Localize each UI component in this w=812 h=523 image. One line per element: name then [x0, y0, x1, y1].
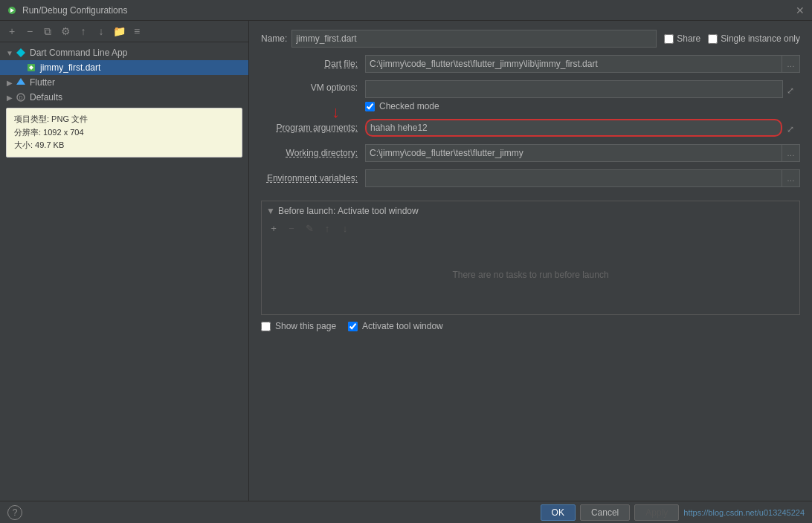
- main-layout: + − ⧉ ⚙ ↑ ↓ 📁 ≡ ▼ Dart Command Line App: [0, 21, 812, 501]
- dart-cmd-label: Dart Command Line App: [30, 48, 127, 58]
- configuration-tree: ▼ Dart Command Line App jimmy_firs: [0, 42, 248, 501]
- environment-variables-row: Environment variables: …: [261, 169, 800, 187]
- env-browse-button[interactable]: …: [782, 169, 800, 187]
- checked-mode-row: Checked mode: [365, 101, 800, 111]
- prog-args-expand-button[interactable]: ⤢: [784, 123, 797, 136]
- working-dir-browse-button[interactable]: …: [782, 144, 800, 162]
- title-bar-title: Run/Debug Configurations: [22, 5, 794, 16]
- right-panel: Name: jimmy_first.dart Share Single inst…: [249, 21, 812, 501]
- share-area: Share: [664, 33, 700, 44]
- info-size: 大小: 49.7 KB: [14, 139, 234, 152]
- name-row: Name: jimmy_first.dart Share Single inst…: [261, 30, 800, 48]
- apply-button[interactable]: Apply: [634, 504, 679, 521]
- sidebar-item-dart-cmd[interactable]: ▼ Dart Command Line App: [0, 45, 248, 60]
- single-instance-checkbox[interactable]: [708, 34, 718, 44]
- vm-expand-button[interactable]: ⤢: [784, 84, 797, 97]
- bl-add-button[interactable]: +: [266, 221, 281, 235]
- bottom-checkboxes: Show this page Activate tool window: [261, 321, 800, 331]
- bottom-left: ?: [7, 505, 27, 520]
- flutter-icon: [15, 77, 27, 88]
- name-input[interactable]: jimmy_first.dart: [291, 30, 657, 48]
- working-directory-row: Working directory: …: [261, 144, 800, 162]
- title-bar: Run/Debug Configurations ✕: [0, 0, 812, 21]
- bl-edit-button[interactable]: ✎: [302, 221, 317, 235]
- info-resolution: 分辨率: 812 x 523: [14, 126, 234, 140]
- svg-marker-5: [16, 78, 25, 85]
- move-down-button[interactable]: ↓: [94, 24, 109, 39]
- jimmy-first-label: jimmy_first.dart: [40, 62, 100, 73]
- vm-options-label: VM options:: [261, 82, 365, 93]
- move-up-button[interactable]: ↑: [76, 24, 91, 39]
- environment-variables-input[interactable]: [365, 169, 782, 187]
- bl-down-button[interactable]: ↓: [338, 221, 352, 235]
- folder-button[interactable]: 📁: [112, 24, 126, 39]
- dart-file-row: Dart file: …: [261, 55, 800, 73]
- defaults-label: Defaults: [30, 92, 62, 103]
- dart-file-browse-button[interactable]: …: [782, 55, 800, 73]
- bottom-right: OK Cancel Apply https://blog.csdn.net/u0…: [541, 504, 805, 521]
- sidebar-item-jimmy-first[interactable]: jimmy_first.dart: [0, 60, 248, 75]
- title-bar-icon: [6, 4, 18, 16]
- flutter-label: Flutter: [30, 77, 55, 88]
- program-arguments-input[interactable]: [365, 119, 782, 137]
- leaf-spacer: [15, 62, 25, 73]
- single-instance-label: Single instance only: [721, 33, 800, 44]
- defaults-icon: D: [15, 91, 27, 103]
- dart-file-label: Dart file:: [261, 59, 365, 69]
- dart-file-input[interactable]: [365, 55, 782, 73]
- activate-tool-window-label: Activate tool window: [362, 321, 443, 331]
- sidebar-item-flutter[interactable]: ▶ Flutter: [0, 75, 248, 90]
- bl-up-button[interactable]: ↑: [320, 221, 335, 235]
- checked-mode-label: Checked mode: [379, 101, 439, 111]
- cancel-button[interactable]: Cancel: [580, 504, 630, 521]
- add-config-button[interactable]: +: [4, 24, 19, 39]
- share-label: Share: [677, 33, 700, 44]
- ok-button[interactable]: OK: [541, 504, 576, 521]
- before-launch-header: ▼ Before launch: Activate tool window: [266, 206, 795, 216]
- sort-button[interactable]: ≡: [129, 24, 144, 39]
- working-directory-input[interactable]: [365, 144, 782, 162]
- program-arguments-label: Program arguments:: [261, 123, 365, 133]
- close-button[interactable]: ✕: [794, 4, 806, 16]
- sidebar-toolbar: + − ⧉ ⚙ ↑ ↓ 📁 ≡: [0, 21, 248, 42]
- activate-tool-window-checkbox[interactable]: [348, 322, 358, 331]
- svg-marker-2: [16, 48, 25, 57]
- sidebar: + − ⧉ ⚙ ↑ ↓ 📁 ≡ ▼ Dart Command Line App: [0, 21, 249, 501]
- environment-variables-label: Environment variables:: [261, 173, 365, 183]
- bl-remove-button[interactable]: −: [284, 221, 299, 235]
- bottom-bar: ? OK Cancel Apply https://blog.csdn.net/…: [0, 501, 812, 523]
- name-label: Name:: [261, 33, 287, 44]
- file-info-box: 项目类型: PNG 文件 分辨率: 812 x 523 大小: 49.7 KB: [6, 108, 242, 157]
- program-arguments-row: ↓ Program arguments: ⤢: [261, 119, 800, 137]
- vm-options-row: VM options: ⤢ Checked mode: [261, 80, 800, 111]
- file-icon: [25, 62, 37, 74]
- sidebar-item-defaults[interactable]: ▶ D Defaults: [0, 90, 248, 105]
- checked-mode-checkbox[interactable]: [365, 102, 375, 111]
- flutter-expand-icon: ▶: [4, 77, 15, 88]
- vm-input-area: ⤢ Checked mode: [365, 80, 800, 111]
- before-launch-toolbar: + − ✎ ↑ ↓: [266, 221, 795, 235]
- show-this-page-checkbox[interactable]: [261, 322, 271, 331]
- remove-config-button[interactable]: −: [22, 24, 37, 39]
- svg-text:D: D: [19, 95, 22, 100]
- defaults-expand-icon: ▶: [4, 92, 15, 103]
- url-bar: https://blog.csdn.net/u013245224: [683, 508, 805, 517]
- before-launch-section: ▼ Before launch: Activate tool window + …: [261, 201, 800, 315]
- before-launch-expand-icon[interactable]: ▼: [266, 206, 275, 216]
- show-this-page-area: Show this page: [261, 321, 336, 331]
- info-type: 项目类型: PNG 文件: [14, 113, 234, 126]
- share-checkbox[interactable]: [664, 34, 674, 44]
- single-instance-area: Single instance only: [708, 33, 800, 44]
- expand-icon: ▼: [4, 48, 15, 58]
- before-launch-empty-text: There are no tasks to run before launch: [266, 240, 795, 310]
- show-this-page-label: Show this page: [275, 321, 336, 331]
- working-directory-label: Working directory:: [261, 148, 365, 158]
- vm-options-input[interactable]: [365, 80, 783, 98]
- dart-icon: [15, 47, 27, 59]
- copy-config-button[interactable]: ⧉: [40, 24, 55, 39]
- before-launch-title: Before launch: Activate tool window: [278, 206, 419, 216]
- help-button[interactable]: ?: [7, 505, 22, 520]
- activate-tool-window-area: Activate tool window: [348, 321, 443, 331]
- settings-button[interactable]: ⚙: [58, 24, 73, 39]
